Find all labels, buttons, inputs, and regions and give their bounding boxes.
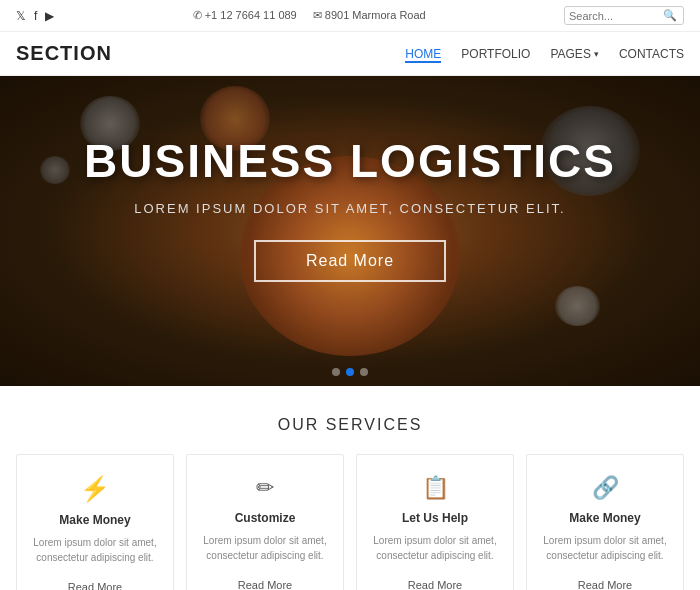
address: ✉ 8901 Marmora Road bbox=[313, 9, 426, 22]
hero-blob-4 bbox=[555, 286, 600, 326]
service-icon-0: ⚡ bbox=[31, 475, 159, 503]
search-box[interactable]: 🔍 bbox=[564, 6, 684, 25]
service-card-3: 🔗 Make Money Lorem ipsum dolor sit amet,… bbox=[526, 454, 684, 590]
service-name-2: Let Us Help bbox=[371, 511, 499, 525]
phone-number: ✆ +1 12 7664 11 089 bbox=[193, 9, 297, 22]
service-desc-2: Lorem ipsum dolor sit amet, consectetur … bbox=[371, 533, 499, 563]
search-input[interactable] bbox=[569, 10, 659, 22]
service-link-2[interactable]: Read More bbox=[408, 579, 462, 590]
service-link-0[interactable]: Read More bbox=[68, 581, 122, 590]
service-name-0: Make Money bbox=[31, 513, 159, 527]
top-bar: 𝕏 f ▶ ✆ +1 12 7664 11 089 ✉ 8901 Marmora… bbox=[0, 0, 700, 32]
services-section: OUR SERVICES ⚡ Make Money Lorem ipsum do… bbox=[0, 386, 700, 590]
twitter-icon[interactable]: 𝕏 bbox=[16, 9, 26, 23]
nav-portfolio[interactable]: PORTFOLIO bbox=[461, 45, 530, 63]
service-link-3[interactable]: Read More bbox=[578, 579, 632, 590]
hero-cta-button[interactable]: Read More bbox=[254, 240, 446, 282]
nav-pages[interactable]: PAGES ▾ bbox=[550, 45, 598, 63]
contact-info: ✆ +1 12 7664 11 089 ✉ 8901 Marmora Road bbox=[193, 9, 426, 22]
service-card-1: ✏ Customize Lorem ipsum dolor sit amet, … bbox=[186, 454, 344, 590]
social-icons: 𝕏 f ▶ bbox=[16, 9, 54, 23]
service-icon-2: 📋 bbox=[371, 475, 499, 501]
search-area: 🔍 bbox=[564, 6, 684, 25]
service-link-1[interactable]: Read More bbox=[238, 579, 292, 590]
service-desc-1: Lorem ipsum dolor sit amet, consectetur … bbox=[201, 533, 329, 563]
hero-subtitle: LOREM IPSUM DOLOR SIT AMET, CONSECTETUR … bbox=[0, 201, 700, 216]
youtube-icon[interactable]: ▶ bbox=[45, 9, 54, 23]
service-name-1: Customize bbox=[201, 511, 329, 525]
hero-content: BUSINESS LOGISTICS LOREM IPSUM DOLOR SIT… bbox=[0, 76, 700, 282]
facebook-icon[interactable]: f bbox=[34, 9, 37, 23]
hero-dot-1[interactable] bbox=[332, 368, 340, 376]
nav-links: HOME PORTFOLIO PAGES ▾ CONTACTS bbox=[405, 45, 684, 63]
services-grid: ⚡ Make Money Lorem ipsum dolor sit amet,… bbox=[16, 454, 684, 590]
hero-dot-3[interactable] bbox=[360, 368, 368, 376]
nav-bar: SECTION HOME PORTFOLIO PAGES ▾ CONTACTS bbox=[0, 32, 700, 76]
service-card-2: 📋 Let Us Help Lorem ipsum dolor sit amet… bbox=[356, 454, 514, 590]
service-icon-3: 🔗 bbox=[541, 475, 669, 501]
service-icon-1: ✏ bbox=[201, 475, 329, 501]
chevron-down-icon: ▾ bbox=[594, 49, 599, 59]
nav-home[interactable]: HOME bbox=[405, 45, 441, 63]
hero-dots bbox=[332, 368, 368, 376]
hero-dot-2[interactable] bbox=[346, 368, 354, 376]
services-title: OUR SERVICES bbox=[16, 416, 684, 434]
service-desc-3: Lorem ipsum dolor sit amet, consectetur … bbox=[541, 533, 669, 563]
hero-title: BUSINESS LOGISTICS bbox=[0, 136, 700, 187]
service-name-3: Make Money bbox=[541, 511, 669, 525]
service-desc-0: Lorem ipsum dolor sit amet, consectetur … bbox=[31, 535, 159, 565]
logo[interactable]: SECTION bbox=[16, 42, 112, 65]
search-icon: 🔍 bbox=[663, 9, 677, 22]
hero-section: BUSINESS LOGISTICS LOREM IPSUM DOLOR SIT… bbox=[0, 76, 700, 386]
service-card-0: ⚡ Make Money Lorem ipsum dolor sit amet,… bbox=[16, 454, 174, 590]
nav-contacts[interactable]: CONTACTS bbox=[619, 45, 684, 63]
